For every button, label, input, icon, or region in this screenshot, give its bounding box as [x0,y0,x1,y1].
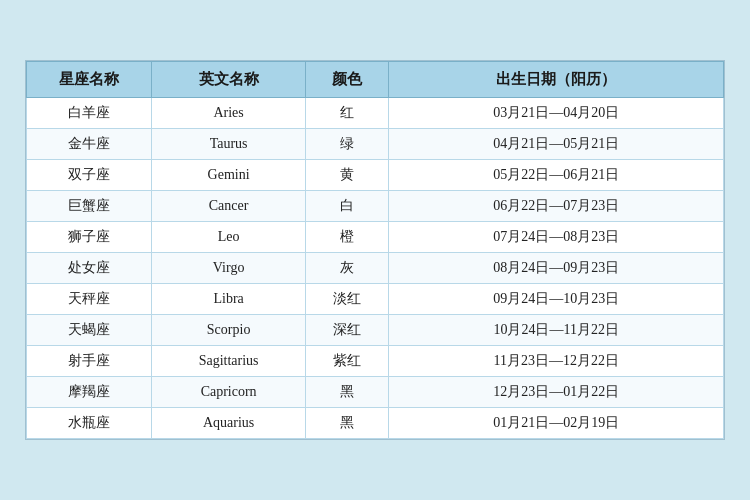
cell-zh: 白羊座 [27,98,152,129]
table-row: 白羊座Aries红03月21日—04月20日 [27,98,724,129]
table-row: 金牛座Taurus绿04月21日—05月21日 [27,129,724,160]
cell-zh: 天秤座 [27,284,152,315]
cell-en: Libra [152,284,305,315]
cell-color: 黑 [305,377,389,408]
cell-color: 黄 [305,160,389,191]
header-date: 出生日期（阳历） [389,62,724,98]
table-row: 狮子座Leo橙07月24日—08月23日 [27,222,724,253]
table-row: 天秤座Libra淡红09月24日—10月23日 [27,284,724,315]
cell-color: 深红 [305,315,389,346]
cell-en: Capricorn [152,377,305,408]
table-body: 白羊座Aries红03月21日—04月20日金牛座Taurus绿04月21日—0… [27,98,724,439]
cell-date: 04月21日—05月21日 [389,129,724,160]
cell-en: Scorpio [152,315,305,346]
cell-date: 06月22日—07月23日 [389,191,724,222]
cell-color: 绿 [305,129,389,160]
cell-zh: 金牛座 [27,129,152,160]
cell-date: 09月24日—10月23日 [389,284,724,315]
cell-en: Aquarius [152,408,305,439]
cell-color: 紫红 [305,346,389,377]
cell-color: 白 [305,191,389,222]
cell-en: Leo [152,222,305,253]
cell-en: Gemini [152,160,305,191]
zodiac-table: 星座名称 英文名称 颜色 出生日期（阳历） 白羊座Aries红03月21日—04… [26,61,724,439]
cell-date: 03月21日—04月20日 [389,98,724,129]
header-color: 颜色 [305,62,389,98]
cell-date: 10月24日—11月22日 [389,315,724,346]
table-row: 巨蟹座Cancer白06月22日—07月23日 [27,191,724,222]
cell-date: 05月22日—06月21日 [389,160,724,191]
cell-en: Taurus [152,129,305,160]
cell-zh: 摩羯座 [27,377,152,408]
cell-date: 12月23日—01月22日 [389,377,724,408]
cell-color: 淡红 [305,284,389,315]
cell-date: 11月23日—12月22日 [389,346,724,377]
cell-en: Cancer [152,191,305,222]
header-zh: 星座名称 [27,62,152,98]
table-header-row: 星座名称 英文名称 颜色 出生日期（阳历） [27,62,724,98]
cell-date: 01月21日—02月19日 [389,408,724,439]
cell-en: Aries [152,98,305,129]
table-row: 双子座Gemini黄05月22日—06月21日 [27,160,724,191]
zodiac-table-container: 星座名称 英文名称 颜色 出生日期（阳历） 白羊座Aries红03月21日—04… [25,60,725,440]
cell-zh: 巨蟹座 [27,191,152,222]
cell-color: 橙 [305,222,389,253]
table-row: 处女座Virgo灰08月24日—09月23日 [27,253,724,284]
cell-color: 红 [305,98,389,129]
table-row: 射手座Sagittarius紫红11月23日—12月22日 [27,346,724,377]
cell-zh: 双子座 [27,160,152,191]
table-row: 摩羯座Capricorn黑12月23日—01月22日 [27,377,724,408]
cell-zh: 天蝎座 [27,315,152,346]
cell-color: 灰 [305,253,389,284]
cell-en: Sagittarius [152,346,305,377]
cell-date: 07月24日—08月23日 [389,222,724,253]
header-en: 英文名称 [152,62,305,98]
cell-color: 黑 [305,408,389,439]
cell-zh: 水瓶座 [27,408,152,439]
cell-date: 08月24日—09月23日 [389,253,724,284]
cell-zh: 射手座 [27,346,152,377]
cell-zh: 处女座 [27,253,152,284]
cell-zh: 狮子座 [27,222,152,253]
cell-en: Virgo [152,253,305,284]
table-row: 水瓶座Aquarius黑01月21日—02月19日 [27,408,724,439]
table-row: 天蝎座Scorpio深红10月24日—11月22日 [27,315,724,346]
